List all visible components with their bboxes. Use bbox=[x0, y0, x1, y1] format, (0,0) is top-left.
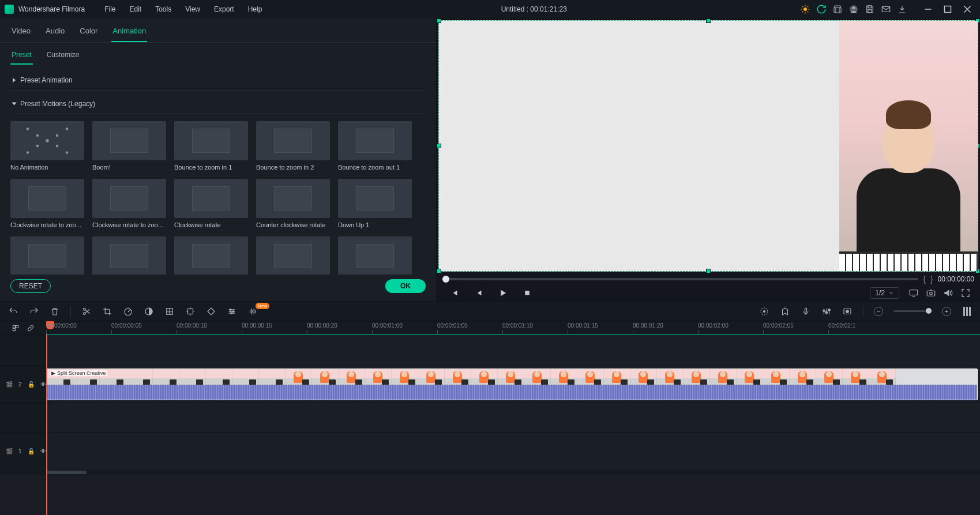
resize-handle-icon[interactable] bbox=[437, 269, 441, 273]
preset-item[interactable]: Counter clockwise rotate bbox=[256, 179, 330, 228]
zoom-in-button[interactable]: + bbox=[942, 307, 951, 316]
subtab-preset[interactable]: Preset bbox=[10, 50, 33, 65]
voiceover-icon[interactable] bbox=[801, 306, 811, 317]
lightbulb-icon[interactable] bbox=[800, 4, 810, 14]
reset-button[interactable]: RESET bbox=[10, 279, 51, 293]
track-head: 🎬 2 🔓 👁 bbox=[0, 366, 46, 403]
scrub-slider[interactable] bbox=[442, 278, 918, 280]
snapshot-icon[interactable] bbox=[926, 288, 936, 298]
lock-icon[interactable]: 🔓 bbox=[28, 448, 35, 454]
play-button[interactable] bbox=[498, 288, 508, 298]
preset-item[interactable]: Clockwise rotate bbox=[174, 179, 248, 228]
mail-icon[interactable] bbox=[881, 4, 891, 14]
mark-out-icon[interactable]: } bbox=[930, 275, 933, 284]
menu-file[interactable]: File bbox=[99, 3, 121, 16]
preset-item[interactable]: Down Up 2 bbox=[10, 236, 84, 275]
link-icon[interactable] bbox=[27, 324, 35, 332]
preset-thumb bbox=[338, 236, 412, 275]
zoom-out-button[interactable]: − bbox=[874, 307, 883, 316]
svg-point-8 bbox=[27, 127, 29, 130]
eye-icon[interactable]: 👁 bbox=[40, 448, 46, 454]
resize-handle-icon[interactable] bbox=[437, 144, 441, 148]
delete-icon[interactable] bbox=[50, 306, 60, 317]
download-icon[interactable] bbox=[897, 4, 907, 14]
preset-item[interactable]: Clockwise rotate to zoo... bbox=[92, 179, 166, 228]
color-icon[interactable] bbox=[144, 306, 154, 317]
eye-icon[interactable]: 👁 bbox=[40, 381, 46, 388]
preset-item[interactable]: Bounce to zoom in 2 bbox=[256, 121, 330, 171]
preview-quality-select[interactable]: 1/2 bbox=[870, 287, 899, 299]
preset-item[interactable]: Clockwise rotate to zoo... bbox=[10, 179, 84, 228]
tab-video[interactable]: Video bbox=[10, 24, 32, 42]
preset-item[interactable]: Bounce to zoom out 1 bbox=[338, 121, 412, 171]
store-icon[interactable] bbox=[832, 4, 843, 14]
preview-canvas[interactable] bbox=[438, 20, 978, 272]
svg-point-13 bbox=[66, 127, 69, 130]
resize-handle-icon[interactable] bbox=[706, 18, 711, 23]
stop-button[interactable] bbox=[522, 288, 532, 298]
section-preset-motions[interactable]: Preset Motions (Legacy) bbox=[10, 94, 426, 114]
timeline-scrollbar[interactable] bbox=[0, 469, 980, 475]
preset-thumb bbox=[174, 121, 248, 160]
tab-color[interactable]: Color bbox=[78, 24, 99, 42]
preset-item[interactable]: Bounce to zoom in 1 bbox=[174, 121, 248, 171]
menu-export[interactable]: Export bbox=[208, 3, 240, 16]
menu-help[interactable]: Help bbox=[242, 3, 268, 16]
audio-mixer-icon[interactable] bbox=[821, 306, 832, 317]
resize-handle-icon[interactable] bbox=[437, 18, 441, 23]
track-body[interactable] bbox=[46, 433, 980, 469]
track-manager-icon[interactable] bbox=[962, 306, 972, 317]
play-backward-button[interactable] bbox=[474, 288, 484, 298]
window-close-button[interactable] bbox=[959, 3, 975, 16]
undo-icon[interactable] bbox=[8, 306, 18, 317]
track-options-icon[interactable] bbox=[12, 324, 20, 332]
window-minimize-button[interactable] bbox=[920, 3, 936, 16]
record-icon[interactable] bbox=[842, 306, 853, 317]
render-icon[interactable] bbox=[759, 306, 769, 317]
green-screen-icon[interactable] bbox=[164, 306, 175, 317]
resize-handle-icon[interactable] bbox=[706, 269, 711, 273]
account-avatar-icon[interactable] bbox=[848, 4, 859, 14]
crop-icon[interactable] bbox=[102, 306, 112, 317]
fullscreen-icon[interactable] bbox=[960, 288, 971, 298]
window-maximize-button[interactable] bbox=[940, 3, 956, 16]
save-icon[interactable] bbox=[865, 4, 875, 14]
preset-item[interactable]: Fade Slide 2 bbox=[174, 236, 248, 275]
timeline-ruler[interactable]: 00:00:00:0000:00:00:0500:00:00:1000:00:0… bbox=[0, 321, 980, 334]
subtab-customize[interactable]: Customize bbox=[46, 50, 81, 65]
preset-thumb bbox=[10, 121, 84, 160]
volume-icon[interactable] bbox=[943, 288, 953, 298]
split-icon[interactable] bbox=[81, 306, 92, 317]
timeline-clip[interactable]: ▶ Split Screen Creative bbox=[46, 369, 978, 400]
menu-view[interactable]: View bbox=[179, 3, 206, 16]
track-body[interactable]: ▶ Split Screen Creative bbox=[46, 366, 980, 403]
preset-item[interactable]: Boom! bbox=[92, 121, 166, 171]
mark-in-icon[interactable]: { bbox=[923, 275, 926, 284]
sync-icon[interactable] bbox=[816, 4, 827, 14]
preset-item[interactable]: Fade Slide 4 bbox=[338, 236, 412, 275]
lock-icon[interactable]: 🔓 bbox=[28, 381, 35, 388]
preset-item[interactable]: Fade Slide 3 bbox=[256, 236, 330, 275]
redo-icon[interactable] bbox=[29, 306, 39, 317]
speed-icon[interactable] bbox=[123, 306, 133, 317]
keyframe-icon[interactable] bbox=[206, 306, 216, 317]
preset-item[interactable]: No Animation bbox=[10, 121, 84, 171]
preset-item[interactable]: Down Up 1 bbox=[338, 179, 412, 228]
display-icon[interactable] bbox=[908, 288, 919, 298]
adjust-icon[interactable] bbox=[227, 306, 237, 317]
tab-audio[interactable]: Audio bbox=[44, 24, 66, 42]
svg-rect-4 bbox=[868, 6, 872, 8]
motion-track-icon[interactable] bbox=[185, 306, 196, 317]
zoom-slider[interactable] bbox=[893, 310, 932, 312]
ok-button[interactable]: OK bbox=[385, 279, 426, 293]
svg-point-14 bbox=[56, 134, 59, 137]
prev-frame-button[interactable] bbox=[449, 288, 460, 298]
menu-edit[interactable]: Edit bbox=[124, 3, 148, 16]
menu-tools[interactable]: Tools bbox=[149, 3, 177, 16]
section-preset-animation[interactable]: Preset Animation bbox=[10, 70, 426, 91]
audio-stretch-icon[interactable]: New bbox=[247, 306, 258, 317]
marker-icon[interactable] bbox=[780, 306, 790, 317]
preset-thumb bbox=[174, 179, 248, 218]
tab-animation[interactable]: Animation bbox=[111, 24, 147, 42]
preset-item[interactable]: Fade Slide 1 bbox=[92, 236, 166, 275]
